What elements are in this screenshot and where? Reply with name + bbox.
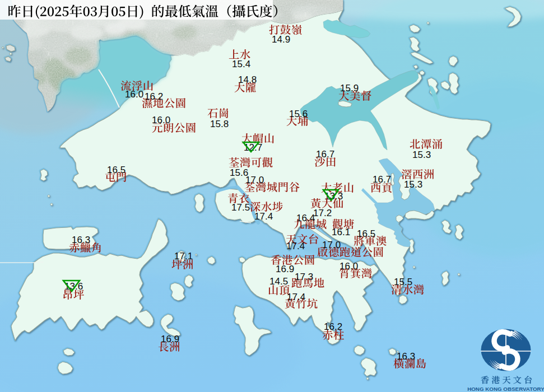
- svg-text:17.5: 17.5: [231, 202, 250, 213]
- svg-text:16.5: 16.5: [107, 165, 125, 175]
- svg-text:15.5: 15.5: [394, 277, 412, 287]
- svg-text:15.9: 15.9: [340, 83, 359, 94]
- svg-text:16.5: 16.5: [357, 228, 375, 239]
- svg-text:16.0: 16.0: [340, 261, 358, 272]
- svg-text:15.3: 15.3: [404, 179, 422, 190]
- svg-text:15.6: 15.6: [289, 109, 308, 119]
- svg-text:16.1: 16.1: [332, 227, 350, 237]
- svg-text:16.9: 16.9: [276, 264, 294, 274]
- svg-text:14.8: 14.8: [238, 74, 257, 85]
- svg-text:12.7: 12.7: [244, 142, 262, 153]
- svg-text:16.0: 16.0: [152, 115, 170, 125]
- svg-text:16.7: 16.7: [316, 149, 334, 160]
- svg-text:14.9: 14.9: [272, 34, 290, 45]
- svg-text:16.0: 16.0: [125, 89, 143, 100]
- svg-text:16.9: 16.9: [161, 334, 179, 344]
- svg-text:16.7: 16.7: [373, 174, 391, 185]
- svg-text:17.4: 17.4: [287, 292, 305, 302]
- svg-text:15.8: 15.8: [210, 119, 229, 129]
- svg-text:16.2: 16.2: [324, 321, 342, 332]
- svg-text:14.5: 14.5: [269, 276, 288, 287]
- svg-text:15.3: 15.3: [412, 150, 431, 160]
- svg-text:17.0: 17.0: [322, 240, 341, 250]
- svg-text:17.0: 17.0: [245, 175, 264, 185]
- svg-text:17.3: 17.3: [295, 272, 313, 282]
- svg-text:17.1: 17.1: [174, 251, 193, 262]
- svg-text:17.4: 17.4: [286, 241, 305, 251]
- svg-text:16.4: 16.4: [296, 213, 315, 223]
- svg-text:16.2: 16.2: [145, 91, 163, 102]
- svg-text:HONG KONG OBSERVATORY: HONG KONG OBSERVATORY: [467, 386, 544, 392]
- svg-text:16.3: 16.3: [397, 351, 415, 362]
- svg-text:17.4: 17.4: [254, 211, 273, 222]
- svg-text:15.4: 15.4: [232, 59, 250, 69]
- svg-text:16.3: 16.3: [72, 235, 90, 245]
- svg-text:17.2: 17.2: [313, 208, 332, 218]
